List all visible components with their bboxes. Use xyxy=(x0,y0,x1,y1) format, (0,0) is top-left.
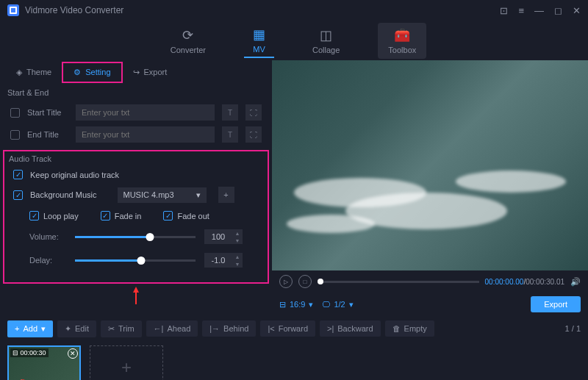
end-title-font-icon[interactable]: T xyxy=(222,126,238,143)
chevron-down-icon: ▾ xyxy=(196,190,201,200)
display-icon: 🖵 xyxy=(322,300,330,309)
scissors-icon: ✂ xyxy=(108,324,115,334)
bottom-toolbar: + Add ▾ ✦Edit ✂Trim ←|Ahead |→Behind |<F… xyxy=(0,316,588,341)
volume-label: Volume: xyxy=(29,232,66,241)
ahead-icon: ←| xyxy=(154,324,164,333)
edit-button[interactable]: ✦Edit xyxy=(57,320,96,337)
remove-clip-button[interactable]: ✕ xyxy=(68,348,78,359)
subtab-theme[interactable]: ◈ Theme xyxy=(6,63,62,82)
edit-icon: ✦ xyxy=(65,324,71,334)
behind-icon: |→ xyxy=(209,324,220,333)
backward-button[interactable]: >|Backward xyxy=(320,320,381,337)
trim-button[interactable]: ✂Trim xyxy=(101,320,142,337)
end-title-label: End Title xyxy=(27,130,68,139)
tab-converter[interactable]: ⟳ Converter xyxy=(162,24,215,57)
app-logo-icon xyxy=(7,4,19,16)
keep-original-label: Keep original audio track xyxy=(30,171,119,179)
gear-icon: ⚙ xyxy=(74,68,81,77)
trash-icon: 🗑 xyxy=(392,324,401,333)
svg-rect-1 xyxy=(11,8,15,12)
delay-spinner[interactable]: -1.0 ▲ ▼ xyxy=(204,253,243,268)
feedback-icon[interactable]: ⊡ xyxy=(500,5,508,16)
minimize-icon[interactable]: ― xyxy=(534,5,544,16)
forward-button[interactable]: |<Forward xyxy=(260,320,315,337)
backward-icon: >| xyxy=(327,324,334,333)
volume-up-icon[interactable]: ▲ xyxy=(232,229,243,237)
mv-icon: ▦ xyxy=(253,26,265,43)
start-title-input[interactable] xyxy=(76,104,215,121)
volume-spinner[interactable]: 100 ▲ ▼ xyxy=(204,229,243,244)
subtab-export[interactable]: ↪ Export xyxy=(123,63,178,82)
clip-duration: ⊟ 00:00:30 xyxy=(10,348,49,357)
progress-bar[interactable] xyxy=(318,281,479,283)
maximize-icon[interactable]: ◻ xyxy=(554,5,562,16)
aspect-ratio-dropdown[interactable]: ⊟ 16:9 ▾ xyxy=(279,300,313,309)
page-info: 1 / 1 xyxy=(565,324,581,333)
export-button[interactable]: Export xyxy=(531,296,581,312)
start-title-font-icon[interactable]: T xyxy=(222,104,238,121)
play-button[interactable]: ▷ xyxy=(279,275,293,288)
chevron-down-icon: ▾ xyxy=(309,300,313,309)
forward-icon: |< xyxy=(268,324,274,333)
main-tabs: ⟳ Converter ▦ MV ◫ Collage 🧰 Toolbox xyxy=(0,21,588,60)
current-time: 00:00:00.00 xyxy=(485,278,524,286)
stop-button[interactable]: □ xyxy=(298,275,312,288)
music-file-dropdown[interactable]: MUSIC 4.mp3 ▾ xyxy=(118,187,207,203)
close-icon[interactable]: ✕ xyxy=(573,5,581,16)
end-title-checkbox[interactable] xyxy=(10,130,20,140)
empty-button[interactable]: 🗑Empty xyxy=(385,320,434,337)
preview-panel: ▷ □ 00:00:00.00/00:00:30.01 🔊 ⊟ 16:9 ▾ 🖵… xyxy=(272,60,588,316)
delay-down-icon[interactable]: ▼ xyxy=(232,260,243,268)
start-title-label: Start Title xyxy=(27,108,68,117)
loop-play-checkbox[interactable] xyxy=(29,211,39,221)
start-end-heading: Start & End xyxy=(0,84,272,101)
keep-original-checkbox[interactable] xyxy=(13,170,23,179)
audio-track-section: Audio Track Keep original audio track Ba… xyxy=(3,150,269,284)
ahead-button[interactable]: ←|Ahead xyxy=(146,320,198,337)
fade-out-checkbox[interactable] xyxy=(163,211,173,221)
volume-icon[interactable]: 🔊 xyxy=(570,277,581,287)
delay-label: Delay: xyxy=(29,256,66,265)
delay-slider[interactable] xyxy=(75,259,196,262)
tab-collage[interactable]: ◫ Collage xyxy=(304,24,348,57)
theme-icon: ◈ xyxy=(16,68,22,77)
export-icon: ↪ xyxy=(133,68,140,77)
volume-slider[interactable] xyxy=(75,236,196,238)
add-button[interactable]: + Add ▾ xyxy=(7,320,53,337)
audio-heading: Audio Track xyxy=(9,153,263,166)
behind-button[interactable]: |→Behind xyxy=(202,320,256,337)
converter-icon: ⟳ xyxy=(182,27,193,43)
add-music-button[interactable]: + xyxy=(218,187,234,203)
delay-up-icon[interactable]: ▲ xyxy=(232,253,243,260)
menu-icon[interactable]: ≡ xyxy=(518,5,524,16)
start-title-expand-icon[interactable]: ⛶ xyxy=(245,104,262,121)
end-title-expand-icon[interactable]: ⛶ xyxy=(245,126,262,143)
bg-music-label: Background Music xyxy=(30,190,97,199)
zoom-dropdown[interactable]: 🖵 1/2 ▾ xyxy=(322,300,353,309)
annotation-arrow-icon xyxy=(0,284,272,307)
loop-play-label: Loop play xyxy=(43,212,79,221)
add-clip-button[interactable]: + xyxy=(90,345,163,380)
toolbox-icon: 🧰 xyxy=(394,27,410,43)
fade-out-label: Fade out xyxy=(177,212,209,221)
titlebar: Vidmore Video Converter ⊡ ≡ ― ◻ ✕ xyxy=(0,0,588,21)
collage-icon: ◫ xyxy=(320,27,332,43)
chevron-down-icon: ▾ xyxy=(349,300,354,309)
svg-marker-3 xyxy=(133,287,139,293)
subtab-setting[interactable]: ⚙ Setting xyxy=(62,62,122,83)
tab-toolbox[interactable]: 🧰 Toolbox xyxy=(378,23,426,59)
app-title: Vidmore Video Converter xyxy=(25,5,500,15)
total-time: 00:00:30.01 xyxy=(526,278,564,286)
bg-music-checkbox[interactable] xyxy=(13,190,23,200)
aspect-icon: ⊟ xyxy=(279,300,286,309)
fade-in-checkbox[interactable] xyxy=(101,211,110,221)
left-panel: ◈ Theme ⚙ Setting ↪ Export Start & End S… xyxy=(0,60,272,316)
tab-mv[interactable]: ▦ MV xyxy=(244,24,274,58)
clip-thumbnail[interactable]: ⊟ 00:00:30 ✕ ▷ 🔇 ✦ ✂ xyxy=(7,345,81,380)
end-title-input[interactable] xyxy=(76,126,215,143)
start-title-checkbox[interactable] xyxy=(10,108,20,118)
thumbnail-strip: ⊟ 00:00:30 ✕ ▷ 🔇 ✦ ✂ + xyxy=(0,341,588,380)
fade-in-label: Fade in xyxy=(115,212,142,221)
volume-down-icon[interactable]: ▼ xyxy=(232,237,243,244)
video-preview[interactable] xyxy=(272,60,588,270)
